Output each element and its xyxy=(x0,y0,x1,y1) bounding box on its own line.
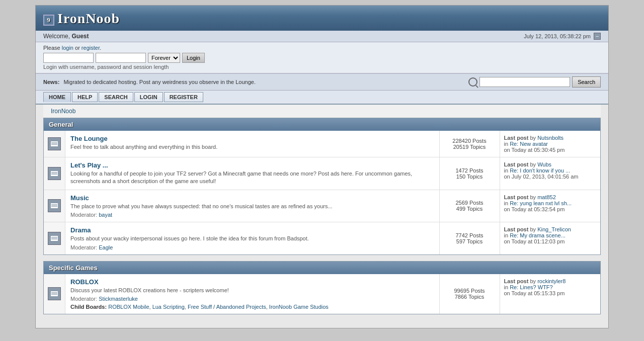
forum-icon xyxy=(48,137,61,150)
forum-icon-cell xyxy=(44,190,65,222)
moderator-link-roblox[interactable]: Stickmasterluke xyxy=(99,296,138,302)
forum-mod-roblox: Moderator: Stickmasterluke xyxy=(70,296,434,302)
lastpost-author-music[interactable]: mat852 xyxy=(537,194,556,200)
forum-stats-drama: 7742 Posts 597 Topics xyxy=(439,222,500,254)
breadcrumb: IronNoob xyxy=(43,105,601,118)
forum-info-drama: Drama Posts about your wacky interperson… xyxy=(65,222,440,254)
forum-icon xyxy=(48,287,61,300)
forum-icon-cell xyxy=(44,222,65,254)
login-form: Forever Login xyxy=(43,53,601,63)
forum-stats-letsplay: 1472 Posts 150 Topics xyxy=(439,157,500,190)
minimize-button[interactable]: – xyxy=(594,33,601,40)
lastpost-author-lounge[interactable]: Nutsnbolts xyxy=(537,135,564,141)
forum-stats-lounge: 228420 Posts 20519 Topics xyxy=(439,131,500,157)
forum-icon-inner xyxy=(51,141,58,146)
forum-info-lounge: The Lounge Feel free to talk about anyth… xyxy=(65,131,440,157)
forum-table-specific: ROBLOX Discuss your latest ROBLOX creati… xyxy=(44,274,600,314)
welcome-message: Welcome, Guest xyxy=(43,33,89,40)
lastpost-link-letsplay[interactable]: Re: I don't know if you ... xyxy=(510,167,570,174)
forum-icon-inner xyxy=(51,236,58,241)
login-prompt: Please login or register. xyxy=(43,45,601,51)
forum-info-letsplay: Let's Play ... Looking for a handful of … xyxy=(65,157,440,190)
child-board-lua[interactable]: Lua Scripting xyxy=(152,304,185,310)
lastpost-author-roblox[interactable]: rockintyler8 xyxy=(537,278,566,284)
lastpost-link-roblox[interactable]: Re: Lines? WTF? xyxy=(510,284,553,290)
datetime-area: July 12, 2013, 05:38:22 pm – xyxy=(524,33,601,40)
forum-icon-cell xyxy=(44,157,65,190)
child-board-ironnoob-studios[interactable]: IronNoob Game Studios xyxy=(269,304,329,310)
forum-mod-drama: Moderator: Eagle xyxy=(70,244,434,250)
main-content: IronNoob General The Lounge Feel free t xyxy=(36,105,608,328)
forum-name-drama[interactable]: Drama xyxy=(70,226,91,234)
nav-register[interactable]: REGISTER xyxy=(164,92,203,102)
login-button[interactable]: Login xyxy=(182,53,205,63)
category-header-specific: Specific Games xyxy=(44,262,600,274)
username-input[interactable] xyxy=(43,53,94,63)
lastpost-link-music[interactable]: Re: yung lean nxt lvl sh... xyxy=(510,200,572,206)
nav-home[interactable]: HOME xyxy=(43,92,71,102)
forum-icon-inner xyxy=(51,171,58,176)
category-header-general: General xyxy=(44,118,600,131)
lastpost-lounge: Last post by Nutsnbolts in Re: New avata… xyxy=(500,131,600,157)
welcome-prefix: Welcome, xyxy=(43,33,70,40)
forum-info-music: Music The place to prove what you have a… xyxy=(65,190,440,222)
table-row: ROBLOX Discuss your latest ROBLOX creati… xyxy=(44,274,600,314)
search-icon xyxy=(468,77,477,87)
news-label: News: xyxy=(43,79,59,85)
child-board-freestuff[interactable]: Free Stuff / Abandoned Projects xyxy=(188,304,266,310)
password-input[interactable] xyxy=(96,53,146,63)
moderator-link-music[interactable]: bayat xyxy=(99,212,112,218)
table-row: Drama Posts about your wacky interperson… xyxy=(44,222,600,254)
table-row: Let's Play ... Looking for a handful of … xyxy=(44,157,600,190)
forum-icon-cell xyxy=(44,131,65,157)
forum-icon xyxy=(48,199,61,212)
register-link[interactable]: register xyxy=(82,45,100,51)
duration-select[interactable]: Forever xyxy=(148,53,180,63)
news-bar: News: Migrated to dedicated hosting. Pos… xyxy=(36,73,608,91)
forum-desc-music: The place to prove what you have always … xyxy=(70,203,434,210)
forum-info-roblox: ROBLOX Discuss your latest ROBLOX creati… xyxy=(65,274,440,314)
logo-icon: 9 xyxy=(43,15,54,26)
forum-icon-cell xyxy=(44,274,65,314)
nav-help[interactable]: HELP xyxy=(72,92,98,102)
forum-name-letsplay[interactable]: Let's Play ... xyxy=(70,161,108,169)
category-general: General The Lounge Feel free to talk abo… xyxy=(43,118,601,255)
moderator-link-drama[interactable]: Eagle xyxy=(99,244,113,250)
forum-icon-inner xyxy=(51,203,58,208)
child-board-roblox-mobile[interactable]: ROBLOX Mobile xyxy=(108,304,149,310)
forum-stats-music: 2569 Posts 499 Topics xyxy=(439,190,500,222)
table-row: Music The place to prove what you have a… xyxy=(44,190,600,222)
welcome-bar: Welcome, Guest July 12, 2013, 05:38:22 p… xyxy=(36,31,608,42)
forum-desc-drama: Posts about your wacky interpersonal iss… xyxy=(70,235,434,242)
forum-mod-music: Moderator: bayat xyxy=(70,212,434,218)
site-logo: 9IronNoob xyxy=(43,11,120,27)
lastpost-drama: Last post by King_Trelicon in Re: My dra… xyxy=(500,222,600,254)
username-display: Guest xyxy=(71,33,89,40)
forum-name-lounge[interactable]: The Lounge xyxy=(70,135,108,142)
login-hint: Login with username, password and sessio… xyxy=(43,64,601,70)
nav-bar: HOME HELP SEARCH LOGIN REGISTER xyxy=(36,91,608,105)
lastpost-author-drama[interactable]: King_Trelicon xyxy=(537,226,571,232)
lastpost-roblox: Last post by rockintyler8 in Re: Lines? … xyxy=(500,274,600,314)
nav-login[interactable]: LOGIN xyxy=(134,92,163,102)
search-button[interactable]: Search xyxy=(572,76,601,88)
forum-name-roblox[interactable]: ROBLOX xyxy=(70,278,99,286)
lastpost-link-lounge[interactable]: Re: New avatar xyxy=(510,141,548,147)
login-link[interactable]: login xyxy=(62,45,73,51)
news-text: Migrated to dedicated hosting. Post any … xyxy=(63,79,464,85)
lastpost-music: Last post by mat852 in Re: yung lean nxt… xyxy=(500,190,600,222)
forum-stats-roblox: 99695 Posts 7866 Topics xyxy=(439,274,500,314)
search-input[interactable] xyxy=(479,77,570,87)
lastpost-link-drama[interactable]: Re: My drama scene... xyxy=(510,232,566,238)
nav-search[interactable]: SEARCH xyxy=(99,92,133,102)
breadcrumb-link[interactable]: IronNoob xyxy=(51,108,75,115)
forum-icon-inner xyxy=(51,291,58,296)
forum-name-music[interactable]: Music xyxy=(70,194,89,202)
forum-icon xyxy=(48,167,61,180)
forum-desc-lounge: Feel free to talk about anything and eve… xyxy=(70,143,434,151)
forum-desc-letsplay: Looking for a handful of people to join … xyxy=(70,170,434,186)
lastpost-author-letsplay[interactable]: Wubs xyxy=(537,161,551,167)
datetime-text: July 12, 2013, 05:38:22 pm xyxy=(524,33,591,39)
search-area: Search xyxy=(468,76,601,88)
forum-desc-roblox: Discuss your latest ROBLOX creations her… xyxy=(70,287,434,294)
